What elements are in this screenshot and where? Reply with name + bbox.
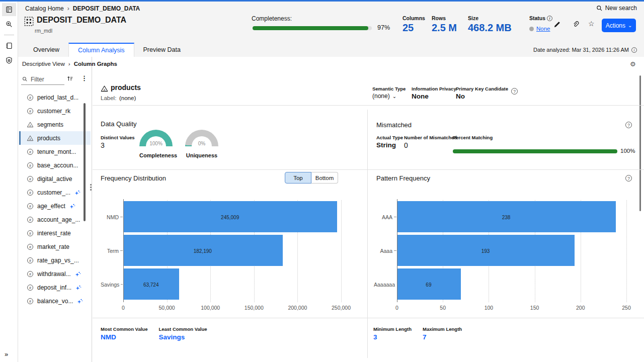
category-label-aaa: AAA	[375, 200, 397, 234]
sort-icon[interactable]	[66, 75, 73, 82]
svg-text:#: #	[29, 150, 31, 153]
category-label-aaaaaaa: Aaaaaaa	[375, 267, 397, 301]
svg-text:#: #	[29, 245, 31, 248]
ai-sparkle-icon	[77, 298, 83, 304]
frequency-distribution-title: Frequency Distribution	[101, 174, 166, 182]
gauge-arc-completeness: 100%	[139, 130, 173, 146]
percent-matching-label: Percent Matching	[453, 135, 493, 140]
sidebar-item-deposit-inf[interactable]: #deposit_inf...	[19, 281, 91, 294]
sidebar-item-period-last-d[interactable]: #period_last_d...	[19, 90, 91, 104]
tab-preview-data[interactable]: Preview Data	[134, 43, 190, 57]
sidebar-item-age-effect[interactable]: #age_effect	[19, 199, 91, 213]
summary-value[interactable]: NMD	[101, 333, 147, 341]
panel-divider	[367, 110, 368, 358]
resize-handle[interactable]	[90, 184, 92, 191]
page-scrollbar[interactable]	[639, 75, 641, 211]
column-help-icon[interactable]: ?	[511, 88, 518, 95]
gear-icon[interactable]: ⚙	[630, 60, 636, 68]
summary-value[interactable]: 7	[423, 333, 462, 341]
semantic-type-select[interactable]: (none)⌄	[372, 93, 396, 100]
x-tick-label: 250	[622, 305, 631, 311]
rail-discover-icon[interactable]	[2, 18, 16, 31]
breadcrumb-column-graphs: Column Graphs	[74, 61, 117, 67]
x-tick-label: 250,000	[332, 305, 351, 311]
filter-input[interactable]: Filter	[21, 74, 64, 85]
svg-text:A: A	[29, 124, 31, 127]
summary-minimum-length: Minimum Length3	[373, 326, 412, 341]
sidebar-item-market-rate[interactable]: #market_rate	[19, 240, 91, 253]
numeric-column-icon: #	[27, 230, 34, 237]
sidebar-item-customer[interactable]: #customer_...	[19, 186, 91, 199]
sidebar-item-base-accoun[interactable]: #base_accoun...	[19, 158, 91, 172]
status-info-icon[interactable]: i	[547, 16, 552, 21]
mismatched-help-icon[interactable]: ?	[625, 122, 632, 128]
toggle-bottom[interactable]: Bottom	[311, 172, 338, 184]
star-icon[interactable]: ☆	[588, 20, 595, 28]
numeric-column-icon: #	[27, 257, 34, 264]
column-name-label: withdrawal...	[37, 270, 71, 278]
string-column-icon: A	[101, 85, 108, 93]
sidebar-item-segments[interactable]: Asegments	[19, 118, 91, 131]
svg-text:#: #	[29, 272, 31, 276]
numeric-column-icon: #	[27, 189, 34, 196]
primary-key-value: No	[456, 93, 465, 100]
sidebar-item-interest-rate[interactable]: #interest_rate	[19, 226, 91, 240]
asset-stats: Columns25Rows2.5 MSize468.2 MB	[403, 15, 529, 34]
column-name-label: account_age_...	[37, 216, 80, 223]
sidebar-item-tenure-mont[interactable]: #tenure_mont...	[19, 145, 91, 158]
column-name-label: market_rate	[37, 243, 69, 250]
edit-pencil-icon[interactable]	[553, 21, 561, 28]
stat-label: Size	[468, 15, 529, 21]
ai-sparkle-icon	[74, 190, 80, 196]
gauge-arc-uniqueness: 0%	[185, 130, 218, 146]
summary-label: Maximum Length	[423, 326, 462, 332]
primary-key-label: Primary Key Candidate	[456, 86, 508, 92]
summary-value[interactable]: Savings	[158, 333, 207, 341]
sidebar-item-rate-gap-vs[interactable]: #rate_gap_vs_...	[19, 253, 91, 267]
distinct-values-value: 3	[101, 141, 105, 149]
breadcrumb-descriptive-view[interactable]: Descriptive View	[22, 61, 65, 67]
sidebar-item-products[interactable]: Aproducts	[19, 131, 91, 145]
link-paperclip-icon[interactable]	[572, 21, 580, 28]
ai-sparkle-icon	[75, 285, 82, 291]
new-search-button[interactable]: New search	[596, 5, 637, 12]
rail-governance-shield-icon[interactable]	[2, 54, 16, 67]
y-axis-labels: AAAAaaaAaaaaaa	[375, 200, 397, 313]
breadcrumb: Catalog Home › DEPOSIT_DEMO_DATA	[25, 5, 140, 12]
sidebar-item-balance-vo[interactable]: #balance_vo...	[19, 294, 91, 308]
rail-catalog-icon[interactable]	[2, 3, 16, 16]
numeric-column-icon: #	[27, 216, 34, 223]
string-column-icon: A	[27, 135, 34, 142]
tab-overview[interactable]: Overview	[24, 43, 68, 57]
stat-value: 468.2 MB	[468, 22, 529, 34]
gauge-label: Uniqueness	[185, 152, 218, 158]
sidebar-item-digital-active[interactable]: #digital_active	[19, 172, 91, 186]
actual-type-value: String	[376, 141, 396, 149]
pattern-help-icon[interactable]: ?	[625, 175, 632, 182]
sidebar-item-customer-rk[interactable]: #customer_rk	[19, 104, 91, 118]
overflow-menu-icon[interactable]: ⋮	[81, 74, 88, 82]
sidebar-item-withdrawal[interactable]: #withdrawal...	[19, 267, 91, 281]
bar-row-aaa: 238	[397, 200, 633, 234]
completeness-progress	[253, 26, 372, 30]
svg-text:#: #	[29, 191, 31, 194]
summary-value[interactable]: 3	[373, 333, 412, 341]
stat-columns: Columns25	[403, 15, 432, 34]
pattern-frequency-title: Pattern Frequency	[376, 174, 430, 182]
sidebar-scrollbar[interactable]	[84, 103, 86, 221]
x-tick-label: 150	[530, 305, 539, 311]
axis-tick	[120, 217, 123, 217]
x-tick-label: 200	[576, 305, 585, 311]
date-info-icon[interactable]: i	[631, 47, 637, 53]
toggle-top[interactable]: Top	[285, 172, 311, 184]
status-value-link[interactable]: None	[536, 26, 550, 32]
sidebar-item-account-age[interactable]: #account_age_...	[19, 213, 91, 226]
breadcrumb-catalog-home[interactable]: Catalog Home	[25, 5, 64, 12]
actions-button[interactable]: Actions⌄	[602, 19, 636, 32]
numeric-column-icon: #	[27, 162, 34, 169]
collapse-sidebar-icon[interactable]: »	[5, 350, 8, 358]
rail-notebook-icon[interactable]	[2, 39, 16, 52]
gauge-completeness: 100%Completeness	[139, 130, 173, 158]
frequency-distribution-chart: NMDTermSavings245,009182,19063,724050,00…	[101, 200, 355, 313]
tab-column-analysis[interactable]: Column Analysis	[68, 43, 134, 57]
